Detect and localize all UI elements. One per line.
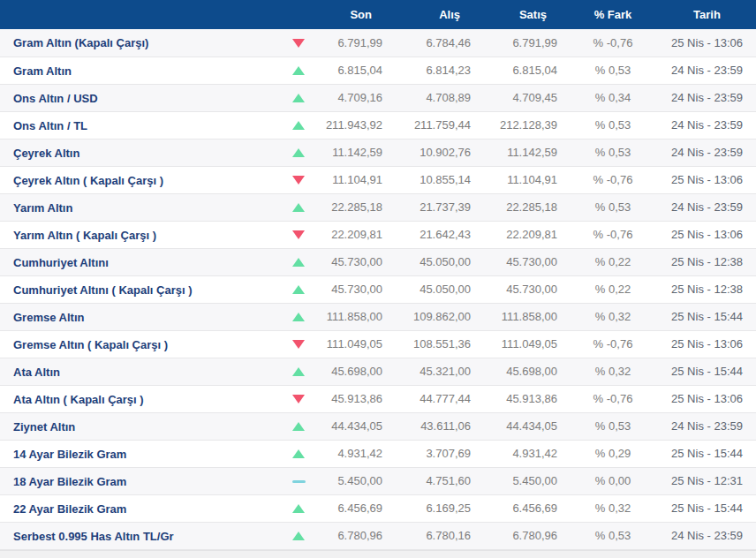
son-value: 45.730,00: [319, 248, 384, 275]
trend-up-icon: [292, 66, 305, 75]
fark-value: % 0,53: [559, 412, 667, 440]
alis-value: 6.169,25: [384, 494, 472, 522]
instrument-name-link[interactable]: Gremse Altın: [13, 311, 84, 324]
instrument-name-link[interactable]: Yarım Altın: [13, 201, 72, 215]
satis-value: 111.858,00: [472, 303, 559, 330]
tarih-value: 25 Nis - 13:06: [667, 29, 756, 57]
alis-value: 6.814,23: [384, 57, 472, 84]
trend-down-icon: [292, 230, 305, 239]
table-row: Çeyrek Altın 11.142,59 10.902,76 11.142,…: [0, 139, 756, 166]
trend-up-icon: [292, 449, 305, 458]
footer-strip: [0, 550, 756, 558]
fark-value: % 0,53: [559, 139, 667, 166]
fark-value: % -0,76: [559, 385, 667, 412]
header-son: Son: [319, 0, 384, 29]
tarih-value: 24 Nis - 23:59: [667, 412, 756, 440]
fark-value: % -0,76: [559, 330, 667, 358]
satis-value: 6.780,96: [472, 522, 559, 549]
instrument-name-link[interactable]: Çeyrek Altın: [13, 147, 79, 160]
fark-value: % 0,22: [559, 275, 667, 303]
son-value: 22.209,81: [319, 221, 384, 248]
trend-down-icon: [292, 340, 305, 349]
table-row: Ata Altın ( Kapalı Çarşı ) 45.913,86 44.…: [0, 385, 756, 412]
son-value: 211.943,92: [319, 111, 384, 139]
tarih-value: 24 Nis - 23:59: [667, 139, 756, 166]
son-value: 111.049,05: [319, 330, 384, 358]
instrument-name-link[interactable]: Ata Altın: [13, 366, 60, 379]
instrument-name-link[interactable]: 22 Ayar Bilezik Gram: [13, 502, 126, 516]
trend-up-icon: [292, 532, 305, 540]
fark-value: % 0,29: [559, 440, 667, 467]
satis-value: 22.209,81: [472, 221, 559, 248]
fark-value: % -0,76: [559, 29, 667, 57]
header-instrument: [0, 0, 278, 29]
instrument-name-link[interactable]: Yarım Altın ( Kapalı Çarşı ): [13, 229, 156, 242]
tarih-value: 24 Nis - 23:59: [667, 111, 756, 139]
trend-up-icon: [292, 121, 305, 130]
table-row: Yarım Altın 22.285,18 21.737,39 22.285,1…: [0, 193, 756, 221]
instrument-name-link[interactable]: Cumhuriyet Altını ( Kapalı Çarşı ): [13, 283, 193, 297]
instrument-name-link[interactable]: Cumhuriyet Altını: [13, 256, 109, 269]
son-value: 45.730,00: [319, 275, 384, 303]
instrument-name-link[interactable]: 14 Ayar Bilezik Gram: [13, 448, 126, 461]
son-value: 4.931,42: [319, 440, 384, 467]
table-row: Yarım Altın ( Kapalı Çarşı ) 22.209,81 2…: [0, 221, 756, 248]
tarih-value: 24 Nis - 23:59: [667, 57, 756, 84]
son-value: 44.434,05: [319, 412, 384, 440]
instrument-name-link[interactable]: Gram Altın (Kapalı Çarşı): [13, 36, 148, 49]
instrument-name-link[interactable]: Serbest 0.995 Has Altın TL/Gr: [13, 530, 174, 543]
satis-value: 45.913,86: [472, 385, 559, 412]
trend-up-icon: [292, 367, 305, 376]
table-row: Cumhuriyet Altını ( Kapalı Çarşı ) 45.73…: [0, 275, 756, 303]
instrument-name-link[interactable]: Ons Altın / USD: [13, 92, 98, 105]
instrument-name-link[interactable]: Gram Altın: [13, 64, 72, 78]
table-row: 22 Ayar Bilezik Gram 6.456,69 6.169,25 6…: [0, 494, 756, 522]
tarih-value: 25 Nis - 13:06: [667, 330, 756, 358]
instrument-name-link[interactable]: 18 Ayar Bilezik Gram: [13, 475, 126, 488]
satis-value: 44.434,05: [472, 412, 559, 440]
son-value: 6.780,96: [319, 522, 384, 549]
tarih-value: 24 Nis - 23:59: [667, 522, 756, 549]
table-row: 14 Ayar Bilezik Gram 4.931,42 3.707,69 4…: [0, 440, 756, 467]
trend-up-icon: [292, 148, 305, 157]
alis-value: 109.862,00: [384, 303, 472, 330]
satis-value: 22.285,18: [472, 193, 559, 221]
tarih-value: 25 Nis - 13:06: [667, 385, 756, 412]
alis-value: 108.551,36: [384, 330, 472, 358]
son-value: 5.450,00: [319, 467, 384, 494]
tarih-value: 24 Nis - 23:59: [667, 84, 756, 111]
table-row: Serbest 0.995 Has Altın TL/Gr 6.780,96 6…: [0, 522, 756, 549]
tarih-value: 25 Nis - 12:38: [667, 248, 756, 275]
instrument-name-link[interactable]: Gremse Altın ( Kapalı Çarşı ): [13, 338, 168, 351]
fark-value: % 0,53: [559, 111, 667, 139]
instrument-name-link[interactable]: Çeyrek Altın ( Kapalı Çarşı ): [13, 174, 163, 187]
fark-value: % -0,76: [559, 221, 667, 248]
son-value: 45.698,00: [319, 358, 384, 385]
fark-value: % 0,32: [559, 303, 667, 330]
gold-prices-table: Son Alış Satış % Fark Tarih Gram Altın (…: [0, 0, 756, 550]
alis-value: 45.050,00: [384, 248, 472, 275]
satis-value: 111.049,05: [472, 330, 559, 358]
table-row: Çeyrek Altın ( Kapalı Çarşı ) 11.104,91 …: [0, 166, 756, 193]
satis-value: 4.709,45: [472, 84, 559, 111]
satis-value: 6.815,04: [472, 57, 559, 84]
son-value: 11.104,91: [319, 166, 384, 193]
tarih-value: 25 Nis - 13:06: [667, 166, 756, 193]
table-row: 18 Ayar Bilezik Gram 5.450,00 4.751,60 5…: [0, 467, 756, 494]
fark-value: % 0,22: [559, 248, 667, 275]
header-alis: Alış: [384, 0, 472, 29]
satis-value: 11.142,59: [472, 139, 559, 166]
table-row: Ata Altın 45.698,00 45.321,00 45.698,00 …: [0, 358, 756, 385]
instrument-name-link[interactable]: Ons Altın / TL: [13, 119, 87, 132]
table-row: Cumhuriyet Altını 45.730,00 45.050,00 45…: [0, 248, 756, 275]
fark-value: % 0,32: [559, 358, 667, 385]
alis-value: 211.759,44: [384, 111, 472, 139]
instrument-name-link[interactable]: Ziynet Altın: [13, 420, 75, 434]
table-row: Gremse Altın 111.858,00 109.862,00 111.8…: [0, 303, 756, 330]
satis-value: 45.730,00: [472, 275, 559, 303]
satis-value: 5.450,00: [472, 467, 559, 494]
tarih-value: 25 Nis - 15:44: [667, 440, 756, 467]
instrument-name-link[interactable]: Ata Altın ( Kapalı Çarşı ): [13, 393, 144, 406]
alis-value: 44.777,44: [384, 385, 472, 412]
table-row: Ons Altın / USD 4.709,16 4.708,89 4.709,…: [0, 84, 756, 111]
